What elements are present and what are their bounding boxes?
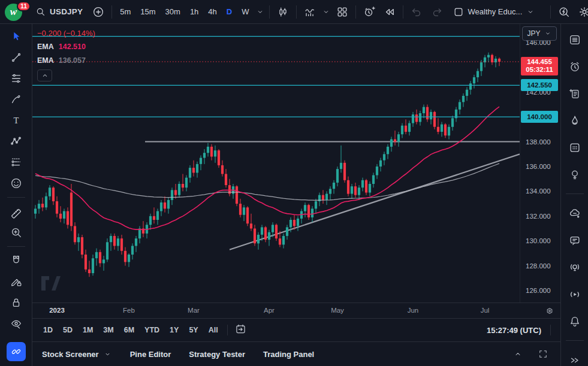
clock-utc[interactable]: 15:27:49 (UTC) — [487, 326, 546, 335]
tool-lock-all-drawings-button[interactable] — [6, 293, 26, 312]
candlestick-chart[interactable] — [32, 24, 520, 303]
price-tick: 132.000 — [526, 212, 551, 220]
create-alert-button[interactable] — [360, 3, 379, 21]
interval-D-button[interactable]: D — [222, 3, 236, 21]
legend-collapse-button[interactable] — [37, 69, 52, 81]
range-5Y-button[interactable]: 5Y — [184, 322, 203, 338]
layout-menu-button[interactable]: Wealthy Educ... — [448, 3, 541, 21]
interval-30m-button[interactable]: 30m — [161, 3, 185, 21]
panel-strategy-tester-button[interactable]: Strategy Tester — [189, 350, 245, 359]
sidebar-ideas-button[interactable] — [565, 164, 585, 184]
account-menu[interactable]: w11 — [4, 1, 29, 23]
sidebar-calendar-button[interactable] — [565, 137, 585, 158]
time-axis-label: Mar — [182, 303, 206, 318]
timezone-settings-icon[interactable] — [542, 304, 557, 318]
tool-forecast-button[interactable] — [6, 153, 26, 172]
sidebar-live-ideas-button[interactable] — [565, 257, 585, 277]
redo-icon — [430, 5, 444, 19]
drawing-mode-lock-icon — [10, 274, 23, 289]
interval-15m-button[interactable]: 15m — [136, 3, 159, 21]
ideas-icon — [568, 167, 581, 182]
sidebar-minds-button[interactable] — [565, 203, 585, 223]
sidebar-streams-button[interactable] — [565, 284, 585, 304]
range-1Y-button[interactable]: 1Y — [165, 322, 183, 338]
sidebar-hotlists-button[interactable] — [565, 110, 585, 131]
range-3M-button[interactable]: 3M — [98, 322, 118, 338]
panel-stock-screener-button[interactable]: Stock Screener — [42, 350, 112, 359]
watchlist-icon — [568, 32, 581, 47]
tool-hide-all-drawings-button[interactable] — [6, 314, 26, 333]
sidebar-collapse-right-button[interactable] — [565, 350, 585, 366]
calendar-icon — [568, 140, 581, 155]
divider — [355, 5, 356, 19]
indicator-name: EMA — [37, 43, 54, 51]
currency-dropdown[interactable]: JPY — [522, 26, 557, 41]
calendar-goto-icon — [234, 323, 247, 335]
compare-add-button[interactable] — [89, 3, 108, 21]
range-1M-button[interactable]: 1M — [78, 322, 98, 338]
tool-cursor-button[interactable] — [6, 27, 26, 46]
tool-emoji-button[interactable] — [6, 174, 26, 193]
tool-trend-line-button[interactable] — [6, 48, 26, 67]
undo-button[interactable] — [407, 3, 426, 21]
price-tick: 136.000 — [526, 162, 551, 171]
sidebar-journal-plus-button[interactable] — [565, 83, 585, 104]
price-level-label[interactable]: 142.550 — [521, 79, 558, 91]
range-5D-button[interactable]: 5D — [58, 322, 77, 338]
interval-menu-button[interactable] — [255, 3, 266, 21]
indicators-button[interactable] — [300, 3, 319, 21]
tool-sync-drawings-button[interactable] — [7, 342, 26, 361]
tool-magnet-button[interactable] — [6, 251, 26, 270]
zoom-in-icon — [10, 225, 23, 240]
tool-zoom-in-button[interactable] — [6, 223, 26, 242]
chart-style-button[interactable] — [273, 3, 293, 21]
range-1D-button[interactable]: 1D — [38, 322, 58, 338]
bar-replay-button[interactable] — [380, 3, 399, 21]
price-axis[interactable]: 146.000142.000138.000136.000134.000132.0… — [520, 24, 560, 303]
tool-drawing-mode-lock-button[interactable] — [6, 272, 26, 291]
lock-all-drawings-icon — [10, 295, 23, 310]
price-level-label[interactable]: 140.000 — [521, 111, 558, 123]
panel-label: Pine Editor — [130, 350, 171, 359]
price-tick: 138.000 — [526, 138, 551, 146]
time-axis-label: Apr — [257, 303, 281, 318]
sidebar-watchlist-button[interactable] — [565, 29, 585, 50]
indicator-ema-fast[interactable]: EMA 142.510 — [37, 42, 95, 52]
fib-retracement-icon — [10, 71, 23, 86]
panel-trading-panel-button[interactable]: Trading Panel — [263, 350, 314, 359]
price-chart[interactable]: −0.200 (−0.14%) EMA 142.510 EMA 136.057 — [32, 24, 520, 303]
interval-4h-button[interactable]: 4h — [204, 3, 221, 21]
range-YTD-button[interactable]: YTD — [140, 322, 164, 338]
symbol-search-button[interactable]: USDJPY — [30, 3, 88, 21]
indicator-templates-button[interactable] — [321, 3, 331, 21]
alert-plus-icon — [363, 5, 376, 19]
go-to-date-button[interactable] — [232, 322, 249, 338]
search-icon — [35, 6, 46, 17]
tool-text-button[interactable]: T — [6, 111, 26, 130]
panel-pine-editor-button[interactable]: Pine Editor — [130, 350, 171, 359]
chart-settings-button[interactable] — [575, 3, 588, 21]
price-tick: 134.000 — [526, 187, 551, 195]
svg-text:T: T — [13, 116, 19, 125]
grid-layout-icon — [336, 5, 349, 19]
expand-panel-button[interactable] — [510, 346, 526, 362]
tool-fib-retracement-button[interactable] — [6, 69, 26, 88]
range-All-button[interactable]: All — [204, 322, 223, 338]
multichart-layout-button[interactable] — [333, 3, 352, 21]
time-axis[interactable]: 2023FebMarAprMayJunJul — [32, 303, 560, 318]
tool-xabcd-pattern-button[interactable] — [6, 132, 26, 151]
interval-W-button[interactable]: W — [237, 3, 253, 21]
redo-button[interactable] — [427, 3, 447, 21]
indicator-ema-slow[interactable]: EMA 136.057 — [37, 56, 95, 65]
sidebar-chat-button[interactable] — [565, 230, 585, 250]
sidebar-alerts-button[interactable] — [565, 56, 585, 77]
tool-brush-button[interactable] — [6, 90, 26, 109]
fullscreen-button[interactable] — [535, 346, 551, 362]
quick-search-button[interactable] — [554, 3, 574, 21]
tool-ruler-button[interactable] — [6, 202, 26, 221]
interval-1h-button[interactable]: 1h — [186, 3, 203, 21]
minds-icon — [568, 206, 581, 221]
sidebar-notifications-button[interactable] — [565, 311, 585, 331]
interval-5m-button[interactable]: 5m — [116, 3, 135, 21]
range-6M-button[interactable]: 6M — [119, 322, 139, 338]
